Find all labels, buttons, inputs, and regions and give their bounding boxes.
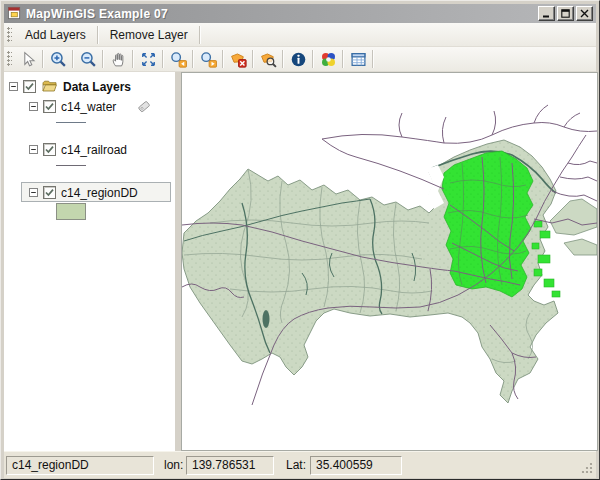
zoom-next-button[interactable] [196, 48, 220, 70]
layer-label[interactable]: c14_regionDD [61, 186, 138, 200]
magnifier-minus-icon [80, 51, 97, 68]
layer-row-water[interactable]: c14_water [29, 98, 151, 115]
status-bar: c14_regionDD lon: 139.786531 Lat: 35.400… [4, 451, 596, 478]
app-icon [7, 6, 22, 21]
root-checkbox[interactable] [23, 80, 36, 93]
title-bar[interactable]: MapWinGIS Example 07 [4, 4, 596, 23]
info-circle-icon [290, 51, 307, 68]
cursor-arrow-icon [20, 51, 37, 68]
check-icon [44, 187, 55, 198]
arrows-expand-icon [140, 51, 157, 68]
check-icon [24, 81, 35, 92]
selection-red-x-icon [230, 51, 247, 68]
clear-selection-button[interactable] [226, 48, 250, 70]
resize-grip[interactable] [580, 461, 594, 475]
close-icon [580, 9, 589, 18]
pan-button[interactable] [106, 48, 130, 70]
toolbar-grip[interactable] [7, 51, 12, 67]
lon-label: lon: [164, 458, 183, 472]
railroad-line-symbol [56, 165, 86, 166]
map-view[interactable] [181, 72, 598, 451]
identify-button[interactable] [286, 48, 310, 70]
open-folder-icon [41, 79, 58, 94]
collapse-icon[interactable] [9, 82, 18, 91]
lat-value: 35.400559 [310, 456, 402, 475]
check-icon [44, 101, 55, 112]
attribute-table-button[interactable] [346, 48, 370, 70]
check-icon [44, 144, 55, 155]
layer-checkbox[interactable] [43, 100, 56, 113]
tree-root-row[interactable]: Data Layers [9, 78, 131, 95]
zoom-to-selection-button[interactable] [256, 48, 280, 70]
collapse-icon[interactable] [29, 145, 38, 154]
zoom-out-button[interactable] [76, 48, 100, 70]
zoom-full-extent-button[interactable] [136, 48, 160, 70]
lon-value: 139.786531 [186, 456, 274, 475]
selection-magnifier-icon [260, 51, 277, 68]
magnifier-back-icon [170, 51, 187, 68]
maximize-icon [561, 9, 570, 18]
minimize-button[interactable] [538, 6, 555, 21]
symbology-button[interactable] [316, 48, 340, 70]
root-label[interactable]: Data Layers [63, 80, 131, 94]
menu-separator [199, 26, 201, 44]
menu-add-layers[interactable]: Add Layers [16, 25, 95, 45]
table-grid-icon [350, 51, 367, 68]
toolbar [4, 47, 596, 72]
magnifier-forward-icon [200, 51, 217, 68]
lat-label: Lat: [286, 458, 306, 472]
status-selected-layer: c14_regionDD [6, 456, 154, 475]
minimize-icon [542, 9, 551, 18]
label-tag-icon[interactable] [135, 99, 151, 115]
layers-panel: Data Layers c14_water c14_railroad c14 [4, 72, 175, 451]
app-window: MapWinGIS Example 07 Add Layers Remove L… [0, 0, 600, 480]
menu-bar: Add Layers Remove Layer [4, 23, 596, 47]
collapse-icon[interactable] [29, 102, 38, 111]
layer-checkbox[interactable] [43, 186, 56, 199]
layer-row-regiondd[interactable]: c14_regionDD [29, 184, 138, 201]
magnifier-plus-icon [50, 51, 67, 68]
layer-label[interactable]: c14_water [61, 100, 116, 114]
zoom-in-button[interactable] [46, 48, 70, 70]
menu-remove-layer[interactable]: Remove Layer [101, 25, 197, 45]
map-canvas[interactable] [182, 73, 597, 450]
color-palette-icon [320, 51, 337, 68]
collapse-icon[interactable] [29, 188, 38, 197]
zoom-previous-button[interactable] [166, 48, 190, 70]
region-polygon-symbol [56, 203, 86, 220]
pointer-button[interactable] [16, 48, 40, 70]
layer-label[interactable]: c14_railroad [61, 143, 127, 157]
menu-separator [97, 26, 99, 44]
hand-icon [110, 51, 127, 68]
water-line-symbol [56, 122, 86, 123]
layer-checkbox[interactable] [43, 143, 56, 156]
maximize-button[interactable] [557, 6, 574, 21]
window-title: MapWinGIS Example 07 [26, 7, 538, 21]
layer-row-railroad[interactable]: c14_railroad [29, 141, 127, 158]
menu-grip[interactable] [7, 27, 12, 43]
close-button[interactable] [576, 6, 593, 21]
